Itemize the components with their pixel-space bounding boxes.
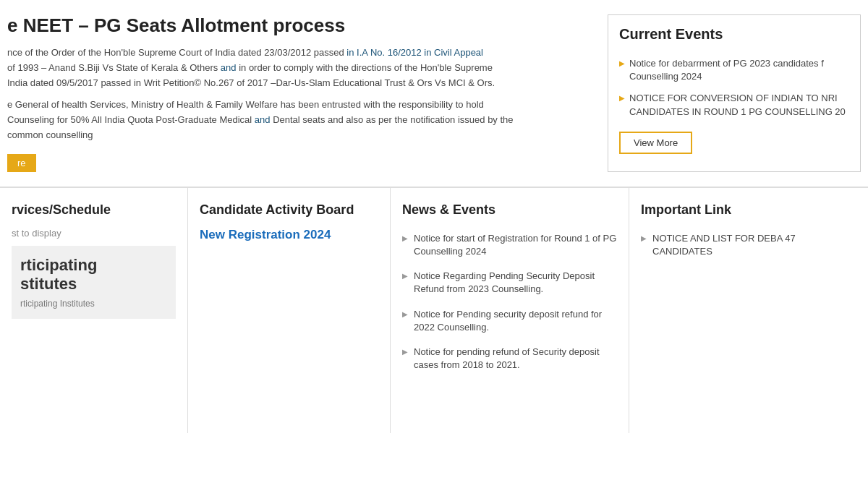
participating-institutes-title: rticipatingstitutes bbox=[20, 256, 167, 294]
candidate-title: Candidate Activity Board bbox=[200, 202, 378, 218]
list-item: Notice for debarrment of PG 2023 candida… bbox=[619, 53, 849, 87]
page-title: e NEET – PG Seats Allotment process bbox=[7, 14, 593, 37]
services-title: rvices/Schedule bbox=[12, 202, 176, 218]
important-item[interactable]: NOTICE AND LIST FOR DEBA 47 CANDIDATES bbox=[641, 228, 856, 262]
important-title: Important Link bbox=[641, 202, 856, 218]
services-no-display: st to display bbox=[12, 228, 176, 239]
list-item: NOTICE FOR CONVERSION OF INDIAN TO NRI C… bbox=[619, 87, 849, 122]
important-list: NOTICE AND LIST FOR DEBA 47 CANDIDATES bbox=[641, 228, 856, 262]
paragraph-2: e General of health Services, Ministry o… bbox=[7, 98, 593, 142]
current-events-box: Current Events Notice for debarrment of … bbox=[608, 14, 861, 172]
services-panel: rvices/Schedule st to display rticipatin… bbox=[0, 188, 188, 433]
new-registration-link[interactable]: New Registration 2024 bbox=[200, 228, 331, 241]
news-list: Notice for start of Registration for Rou… bbox=[402, 228, 617, 377]
read-more-button[interactable]: re bbox=[7, 154, 36, 172]
current-events-list: Notice for debarrment of PG 2023 candida… bbox=[619, 53, 849, 123]
news-panel: News & Events Notice for start of Regist… bbox=[391, 188, 629, 433]
news-item[interactable]: Notice for Pending security deposit refu… bbox=[402, 304, 617, 338]
news-item[interactable]: Notice for start of Registration for Rou… bbox=[402, 228, 617, 262]
bottom-section: rvices/Schedule st to display rticipatin… bbox=[0, 187, 868, 433]
important-panel: Important Link NOTICE AND LIST FOR DEBA … bbox=[629, 188, 868, 433]
main-content: e NEET – PG Seats Allotment process nce … bbox=[7, 14, 593, 172]
candidate-panel: Candidate Activity Board New Registratio… bbox=[188, 188, 391, 433]
current-events-title: Current Events bbox=[619, 26, 849, 43]
participating-institutes-card: rticipatingstitutes rticipating Institut… bbox=[12, 246, 176, 319]
participating-institutes-subtitle: rticipating Institutes bbox=[20, 299, 167, 309]
blue-text-2: and bbox=[221, 62, 237, 73]
view-more-button[interactable]: View More bbox=[619, 132, 692, 154]
blue-text-1: in I.A No. 16/2012 in Civil Appeal bbox=[346, 47, 483, 58]
top-section: e NEET – PG Seats Allotment process nce … bbox=[0, 0, 868, 187]
paragraph-1: nce of the Order of the Hon'ble Supreme … bbox=[7, 46, 593, 90]
news-item[interactable]: Notice Regarding Pending Security Deposi… bbox=[402, 265, 617, 300]
news-item[interactable]: Notice for pending refund of Security de… bbox=[402, 341, 617, 376]
blue-text-3: and bbox=[255, 114, 271, 125]
news-title: News & Events bbox=[402, 202, 617, 218]
